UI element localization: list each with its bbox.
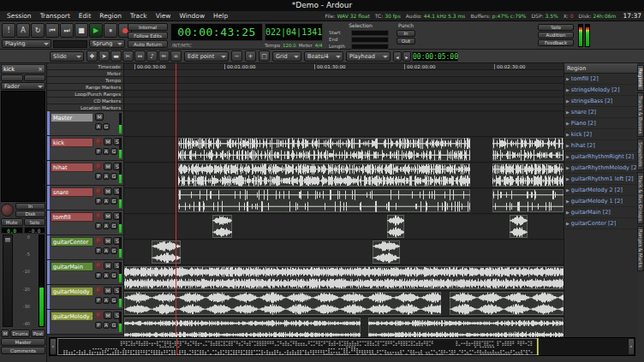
- track-name[interactable]: hihat: [51, 163, 93, 172]
- ruler-lane-timecode[interactable]: 00:00:30:0000:01:00:0000:01:30:0000:02:0…: [124, 63, 564, 70]
- playlist-button[interactable]: P: [95, 247, 102, 254]
- track-name[interactable]: guitarMelody 1: [51, 287, 93, 296]
- side-tab-ranges-marks[interactable]: Ranges & Marks: [637, 226, 644, 271]
- mute-button[interactable]: M: [95, 113, 104, 121]
- group-button[interactable]: G: [110, 173, 117, 180]
- zoom-fit-button[interactable]: □: [259, 50, 270, 62]
- summary-scroll-right-button[interactable]: ›: [628, 338, 635, 355]
- side-tab-snapshots[interactable]: Snapshots: [637, 139, 644, 170]
- auto-return-toggle[interactable]: Auto Return: [128, 40, 168, 48]
- stretch-mode-button[interactable]: ⇔: [134, 50, 146, 62]
- ruler-lane-tempo[interactable]: [124, 77, 564, 84]
- nudge-forward-button[interactable]: ▸: [402, 51, 411, 62]
- automation-button[interactable]: A: [103, 297, 110, 304]
- ruler-meter[interactable]: Meter: [47, 70, 123, 77]
- disclosure-triangle-icon[interactable]: ▶: [566, 132, 569, 137]
- audition-mode-button[interactable]: ♪: [146, 50, 158, 62]
- disclosure-triangle-icon[interactable]: ▶: [566, 154, 569, 159]
- record-enable-button[interactable]: [1, 204, 14, 217]
- monitor-disk-button[interactable]: Disk: [15, 211, 45, 217]
- ruler-lane-location-markers[interactable]: [124, 104, 564, 111]
- disclosure-triangle-icon[interactable]: ▶: [566, 176, 569, 181]
- track-lane-guitarmelody-1[interactable]: [124, 292, 564, 317]
- enable-record-button[interactable]: A: [16, 23, 30, 38]
- mute-button[interactable]: M: [104, 237, 112, 245]
- stop-button[interactable]: ■: [75, 23, 88, 38]
- nudge-clock[interactable]: 00:00:05:00: [412, 51, 458, 62]
- region-item-guitarcenter-2[interactable]: ▶guitarCenter [2]: [564, 218, 637, 229]
- summary-overview[interactable]: ‹ ›: [49, 337, 635, 356]
- region-item-hihat-2[interactable]: ▶hihat [2]: [564, 140, 637, 151]
- track-header-tomfill[interactable]: tomfillMSPAG: [47, 211, 124, 235]
- punch-in-button[interactable]: In: [397, 30, 415, 37]
- group-button[interactable]: G: [110, 198, 117, 205]
- track-lane-tomfill[interactable]: [124, 215, 564, 240]
- zoom-in-button[interactable]: +: [245, 50, 256, 62]
- fader-combo[interactable]: Fader: [1, 82, 45, 90]
- track-header-hihat[interactable]: hihatMSPAG: [47, 161, 124, 186]
- selection-length-value[interactable]: [351, 44, 389, 50]
- track-header-guitarmain[interactable]: guitarMainMSPAG: [47, 260, 124, 285]
- go-to-end-button[interactable]: ⏭: [60, 23, 74, 38]
- menu-view[interactable]: View: [152, 11, 176, 21]
- automation-button[interactable]: A: [103, 148, 110, 155]
- edit-point-combo[interactable]: Edit point: [184, 51, 229, 62]
- record-arm-button[interactable]: [95, 287, 103, 294]
- strip-solo-button[interactable]: Solo: [24, 218, 46, 226]
- metering-button[interactable]: M: [1, 329, 9, 337]
- shuttle-style-combo[interactable]: Sprung: [89, 39, 125, 48]
- track-lane-snare[interactable]: [124, 189, 564, 214]
- zoom-focus-combo[interactable]: Playhead: [346, 51, 391, 62]
- side-tab-track-bus-groups[interactable]: Track & Bus Groups: [637, 172, 644, 225]
- strip-tab-left[interactable]: [1, 74, 23, 81]
- summary-canvas[interactable]: [57, 338, 628, 355]
- selection-end-value[interactable]: [351, 37, 389, 43]
- region-item-guitarmelody-1-2[interactable]: ▶guitarMelody 1 [2]: [564, 196, 637, 207]
- strip-title-bar[interactable]: kick ×: [1, 64, 45, 74]
- group-button[interactable]: G: [110, 247, 117, 254]
- fader-handle[interactable]: [4, 237, 11, 243]
- menu-track[interactable]: Track: [126, 11, 152, 21]
- track-header-snare[interactable]: snareMSPAG: [47, 186, 124, 211]
- play-button[interactable]: ▶: [89, 23, 103, 38]
- zoom-out-button[interactable]: −: [231, 50, 242, 62]
- disclosure-triangle-icon[interactable]: ▶: [566, 165, 569, 170]
- feedback-button[interactable]: Feedback: [538, 39, 574, 46]
- edit-mode-combo[interactable]: Slide: [50, 51, 84, 62]
- internal-edit-mode-button[interactable]: ∞: [170, 50, 182, 62]
- region-item-snare-2[interactable]: ▶snare [2]: [564, 107, 637, 118]
- track-header-guitarmelody-1[interactable]: guitarMelody 1MSPAG: [47, 285, 124, 310]
- menu-transport[interactable]: Transport: [36, 11, 75, 21]
- pause-button[interactable]: ⏸: [104, 23, 117, 38]
- cut-mode-button[interactable]: ✂: [122, 50, 134, 62]
- record-arm-button[interactable]: [95, 163, 103, 170]
- ruler-lane-cd-markers[interactable]: [124, 98, 564, 104]
- record-arm-button[interactable]: [95, 187, 103, 195]
- strip-tab-right[interactable]: [24, 74, 46, 81]
- playlist-button[interactable]: P: [95, 173, 102, 180]
- track-header-master[interactable]: MasterMAG: [47, 111, 124, 136]
- disclosure-triangle-icon[interactable]: ▶: [566, 110, 569, 115]
- record-arm-button[interactable]: [95, 237, 103, 245]
- titlebar[interactable]: *Demo - Ardour: [0, 0, 644, 11]
- follow-edits-toggle[interactable]: Follow Edits: [128, 32, 168, 39]
- track-lane-guitarmain[interactable]: [124, 266, 564, 291]
- track-name[interactable]: guitarMain: [51, 262, 93, 271]
- playhead-line[interactable]: [176, 63, 176, 335]
- region-item-guitarmelody-2-2[interactable]: ▶guitarMelody 2 [2]: [564, 185, 637, 196]
- automation-button[interactable]: A: [103, 272, 110, 279]
- group-button[interactable]: G: [103, 123, 110, 130]
- menu-window[interactable]: Window: [176, 11, 210, 21]
- region-item-guitarrhythmmelody-2[interactable]: ▶guitarRhythmMelody [2]: [564, 163, 637, 174]
- automation-button[interactable]: A: [103, 247, 110, 254]
- mute-button[interactable]: M: [104, 138, 112, 145]
- track-lane-hihat[interactable]: [124, 163, 564, 188]
- transport-speed-combo[interactable]: Playing: [2, 39, 51, 48]
- range-mode-button[interactable]: ▬: [110, 50, 122, 62]
- side-tab-tracks-busses[interactable]: Tracks & Busses: [637, 92, 644, 137]
- playlist-button[interactable]: P: [95, 198, 102, 205]
- menu-edit[interactable]: Edit: [75, 11, 96, 21]
- ruler-lane-range-markers[interactable]: [124, 84, 564, 91]
- region-item-guitarrhythm1-left-2[interactable]: ▶guitarRhythm1 left [2]: [564, 174, 637, 185]
- disclosure-triangle-icon[interactable]: ▶: [566, 98, 569, 104]
